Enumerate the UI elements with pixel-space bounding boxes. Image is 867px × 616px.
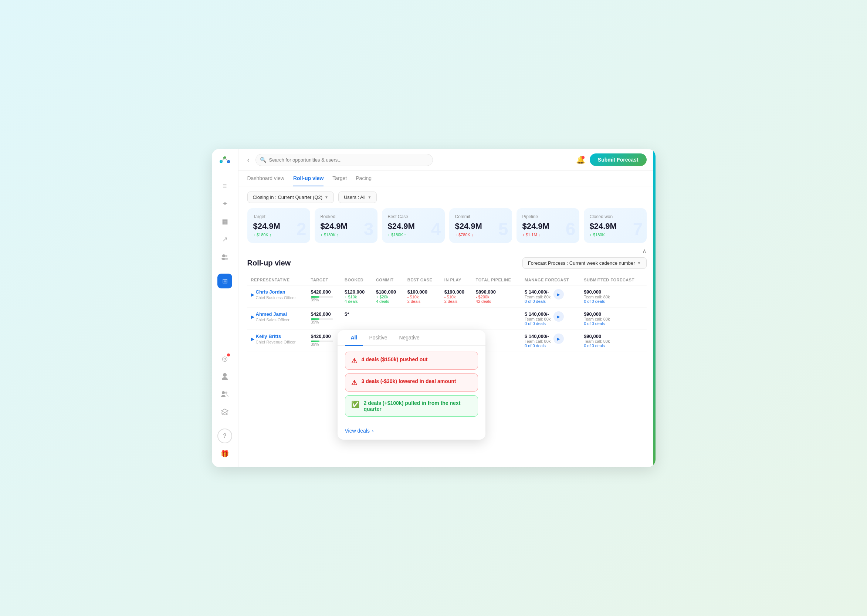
- sidebar-divider-2: [217, 293, 232, 293]
- sidebar-divider-3: [217, 424, 232, 424]
- right-accent: [653, 149, 655, 467]
- svg-line-4: [225, 158, 228, 162]
- alert-item-pulled-in: ✅ 2 deals (+$100k) pulled in from the ne…: [345, 395, 478, 417]
- manage-teamcall-kelly: Team call: 80k: [525, 339, 551, 344]
- inplay-change-chris: - $10k: [444, 295, 468, 299]
- sidebar-icon-grid[interactable]: ⊞: [217, 273, 232, 288]
- svg-point-6: [225, 255, 228, 257]
- search-icon: 🔍: [260, 157, 266, 163]
- sidebar-icon-star[interactable]: ✦: [217, 196, 232, 211]
- alert-icon-green: ✅: [351, 401, 360, 409]
- kpi-label-commit: Commit: [455, 214, 506, 219]
- manage-deals-ahmed[interactable]: 0 of 0 deals: [525, 321, 551, 326]
- closing-filter[interactable]: Closing in : Current Quarter (Q2) ▼: [247, 192, 334, 203]
- forecast-process-label: Forecast Process : Current week cadence …: [528, 260, 635, 266]
- tooltip-tab-positive[interactable]: Positive: [363, 330, 393, 346]
- table-row: ▶ Ahmed Jamal Chief Sales Officer $420,0…: [247, 308, 647, 330]
- rep-name-chris[interactable]: Chris Jordan: [256, 289, 296, 295]
- users-filter[interactable]: Users : All ▼: [338, 192, 377, 203]
- target-amount-ahmed: $420,000: [311, 311, 338, 317]
- forecast-process-select[interactable]: Forecast Process : Current week cadence …: [522, 257, 647, 269]
- col-inplay: IN PLAY: [441, 275, 472, 286]
- tab-rollup[interactable]: Roll-up view: [293, 171, 324, 186]
- booked-change-chris: + $10k: [345, 295, 369, 299]
- booked-deals-chris[interactable]: 4 deals: [345, 299, 369, 303]
- booked-amount-ahmed: $*: [345, 311, 369, 317]
- chevron-right-icon: ›: [372, 428, 374, 434]
- sidebar-icon-person[interactable]: [217, 369, 232, 384]
- sidebar-icon-people[interactable]: [217, 387, 232, 402]
- target-amount-kelly: $420,000: [311, 333, 338, 339]
- sidebar-icon-help[interactable]: ?: [217, 429, 232, 443]
- commit-deals-chris[interactable]: 4 deals: [376, 299, 400, 303]
- manage-cell-kelly: $ 140,000/- Team call: 80k 0 of 0 deals …: [521, 330, 580, 352]
- inplay-cell-chris: $190,000 - $10k 2 deals: [441, 286, 472, 308]
- submitted-deals-ahmed[interactable]: 0 of 0 deals: [584, 321, 642, 326]
- rollup-header: Roll-up view Forecast Process : Current …: [247, 257, 647, 269]
- kpi-card-closedwon: Closed won $24.9M + $180K 7: [584, 208, 647, 243]
- expand-arrow-kelly[interactable]: ▶: [251, 336, 254, 342]
- booked-amount-chris: $120,000: [345, 289, 369, 295]
- expand-arrow-ahmed[interactable]: ▶: [251, 314, 254, 319]
- rep-cell-ahmed: ▶ Ahmed Jamal Chief Sales Officer: [247, 308, 307, 330]
- collapse-icon[interactable]: ∧: [642, 247, 647, 255]
- rep-name-kelly[interactable]: Kelly Britts: [256, 333, 296, 339]
- tab-target[interactable]: Target: [332, 171, 347, 186]
- play-button-kelly[interactable]: ▶: [553, 333, 564, 344]
- sidebar-icon-group[interactable]: [217, 250, 232, 264]
- sidebar-icon-camera[interactable]: ◎: [217, 351, 232, 366]
- col-commit: COMMIT: [372, 275, 404, 286]
- sidebar-bottom: ◎: [217, 351, 232, 461]
- chevron-down-icon-3: ▼: [638, 261, 641, 265]
- sidebar-icon-list[interactable]: ≡: [217, 179, 232, 193]
- rep-cell-kelly: ▶ Kelly Britts Chief Revenue Officer: [247, 330, 307, 352]
- notification-button[interactable]: 🔔: [576, 155, 585, 164]
- alert-icon-red-2: ⚠: [351, 379, 357, 387]
- sidebar-divider: [217, 269, 232, 269]
- tooltip-tab-negative[interactable]: Negative: [393, 330, 425, 346]
- bestcase-cell-ahmed: [404, 308, 441, 330]
- col-representative: REPRESENTATIVE: [247, 275, 307, 286]
- expand-arrow-chris[interactable]: ▶: [251, 292, 254, 297]
- manage-teamcall-ahmed: Team call: 80k: [525, 317, 551, 321]
- pct-label-kelly: 39%: [311, 342, 338, 346]
- kpi-card-booked: Booked $24.9M + $180K ↑ 3: [315, 208, 377, 243]
- alert-item-lowered: ⚠ 3 deals (-$30k) lowered in deal amount: [345, 374, 478, 391]
- submitted-teamcall-ahmed: Team call: 80k: [584, 317, 642, 321]
- kpi-card-target: Target $24.9M + $180K ↑ 2: [247, 208, 310, 243]
- sidebar-icon-chart[interactable]: ▦: [217, 214, 232, 229]
- inplay-deals-chris[interactable]: 2 deals: [444, 299, 468, 303]
- bestcase-amount-chris: $100,000: [407, 289, 437, 295]
- kpi-label-booked: Booked: [320, 214, 372, 219]
- tab-dashboard[interactable]: Dashboard view: [247, 171, 284, 186]
- kpi-label-closedwon: Closed won: [590, 214, 641, 219]
- submitted-deals-kelly[interactable]: 0 of 0 deals: [584, 344, 642, 348]
- filters-row: Closing in : Current Quarter (Q2) ▼ User…: [239, 186, 655, 208]
- bestcase-deals-chris[interactable]: 2 deals: [407, 299, 437, 303]
- rep-name-ahmed[interactable]: Ahmed Jamal: [256, 311, 290, 317]
- col-manage: MANAGE FORECAST: [521, 275, 580, 286]
- tooltip-tab-all[interactable]: All: [345, 330, 363, 346]
- rep-title-kelly: Chief Revenue Officer: [256, 340, 296, 344]
- manage-deals-chris[interactable]: 0 of 0 deals: [525, 299, 551, 303]
- commit-cell-ahmed: [372, 308, 404, 330]
- submitted-deals-chris[interactable]: 0 of 0 deals: [584, 299, 642, 303]
- play-button-chris[interactable]: ▶: [553, 289, 564, 300]
- svg-point-10: [222, 391, 225, 394]
- collapse-kpi-button[interactable]: ∧: [239, 247, 655, 257]
- manage-deals-kelly[interactable]: 0 of 0 deals: [525, 344, 551, 348]
- back-button[interactable]: ‹: [247, 156, 250, 164]
- search-input[interactable]: [256, 154, 433, 166]
- sidebar-icon-gift[interactable]: 🎁: [217, 446, 232, 461]
- alert-text-2: 3 deals (-$30k) lowered in deal amount: [361, 378, 456, 384]
- tab-pacing[interactable]: Pacing: [356, 171, 372, 186]
- target-amount-chris: $420,000: [311, 289, 338, 295]
- play-button-ahmed[interactable]: ▶: [553, 311, 564, 322]
- alert-item-pushed-out: ⚠ 4 deals ($150k) pushed out: [345, 352, 478, 370]
- view-deals-link[interactable]: View deals: [345, 428, 370, 434]
- pipeline-deals-chris[interactable]: 42 deals: [476, 299, 517, 303]
- sidebar-icon-trending[interactable]: ↗: [217, 232, 232, 247]
- sidebar-icon-layers[interactable]: [217, 404, 232, 419]
- table-row: ▶ Chris Jordan Chief Business Officer $4…: [247, 286, 647, 308]
- submit-forecast-button[interactable]: Submit Forecast: [590, 154, 647, 166]
